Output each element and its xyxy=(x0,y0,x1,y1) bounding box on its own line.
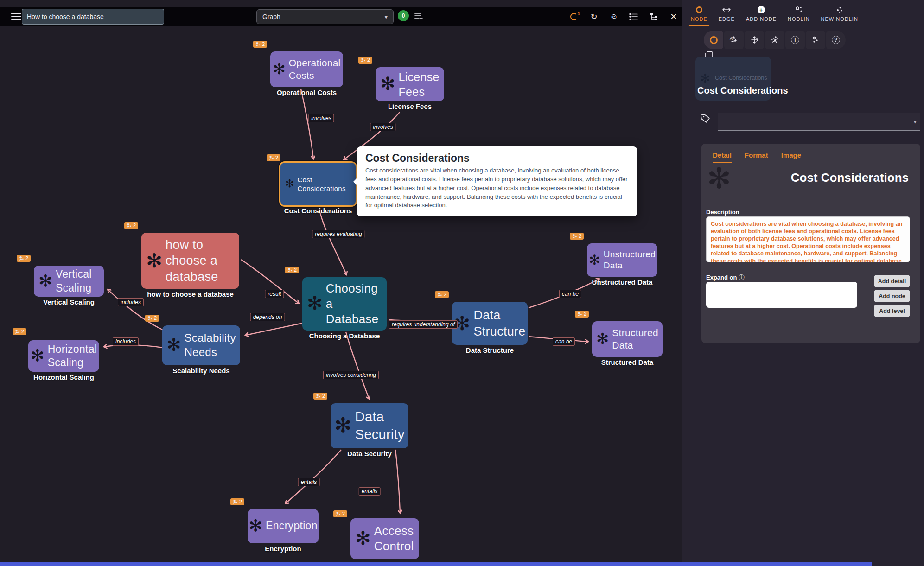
sidebar-tab-bar: NODE EDGE + ADD NODE NODLIN xyxy=(691,6,858,25)
edge-label[interactable]: involves xyxy=(308,114,334,122)
node-structured-data[interactable]: 2 ✻ Structured Data Structured Data xyxy=(592,321,663,357)
edge-label[interactable]: involves xyxy=(370,123,395,131)
tab-edge[interactable]: EDGE xyxy=(719,6,735,25)
openai-logo-icon: ✻ xyxy=(596,331,609,347)
graph-edge xyxy=(395,450,400,513)
node-vertical-scaling[interactable]: 2 ✻ Vertical Scaling Vertical Scaling xyxy=(34,266,104,297)
info-tool-button[interactable]: i xyxy=(785,31,805,49)
tab-new-nodlin[interactable]: NEW NODLIN xyxy=(821,6,858,25)
network-icon xyxy=(811,36,820,44)
node-cost-considerations[interactable]: 2 ✻ Cost Considerations Cost Considerati… xyxy=(279,161,357,207)
node-badge: 2 xyxy=(285,267,299,273)
refresh-icon[interactable]: ↻ xyxy=(589,12,599,22)
chevron-down-icon: ▾ xyxy=(384,13,388,20)
top-toolbar: Graph ▾ 0 1 ↻ © ✕ xyxy=(0,7,682,26)
close-icon[interactable]: ✕ xyxy=(669,12,679,22)
node-operational-costs[interactable]: 2 ✻ Operational Costs Operational Costs xyxy=(270,51,343,87)
graph-canvas[interactable]: involves involves requires evaluating re… xyxy=(0,0,682,566)
network-tool-button[interactable] xyxy=(806,31,825,49)
node-encryption[interactable]: 2 ✻ Encryption Encryption xyxy=(248,509,319,543)
node-badge: 2 xyxy=(358,57,372,64)
route-icon: A xyxy=(729,36,739,44)
node-badge: 2 xyxy=(570,233,584,240)
openai-logo-icon: ✻ xyxy=(273,62,285,77)
node-data-security[interactable]: 2 ✻ Data Security Data Security xyxy=(331,403,408,448)
hamburger-menu-icon[interactable] xyxy=(11,13,21,20)
edge-label[interactable]: entails xyxy=(359,487,381,496)
edge-label[interactable]: depends on xyxy=(250,313,285,321)
node-badge: 2 xyxy=(145,315,159,322)
chevron-down-icon: ▾ xyxy=(913,118,917,125)
node-badge: 2 xyxy=(124,222,138,229)
add-level-button[interactable]: Add level xyxy=(874,305,910,317)
node-horizontal-scaling[interactable]: 2 ✻ Horizontal Scaling Horizontal Scalin… xyxy=(28,340,99,372)
right-sidebar: NODE EDGE + ADD NODE NODLIN xyxy=(682,0,924,566)
description-box[interactable]: Cost considerations are vital when choos… xyxy=(706,216,910,262)
tab-format[interactable]: Format xyxy=(745,151,768,163)
preview-node-title: Cost Considerations xyxy=(697,85,788,96)
expand-on-label: Expand on ⓘ xyxy=(706,273,745,282)
node-caption: Cost Considerations xyxy=(284,207,352,215)
tag-select[interactable]: ▾ xyxy=(718,113,920,131)
tab-nodlin[interactable]: NODLIN xyxy=(788,6,810,25)
openai-logo-icon: ✻ xyxy=(38,273,52,290)
tab-image[interactable]: Image xyxy=(781,151,801,163)
node-unstructured-data[interactable]: 2 ✻ Unstructured Data Unstructured Data xyxy=(587,243,657,277)
node-badge: 2 xyxy=(17,255,31,262)
tab-detail[interactable]: Detail xyxy=(713,151,732,163)
node-caption: Structured Data xyxy=(601,358,654,366)
run-tool-button[interactable] xyxy=(765,31,784,49)
node-how-to-choose-a-database[interactable]: 2 ✻ how to choose a database how to choo… xyxy=(141,233,239,289)
edge-label[interactable]: can be xyxy=(553,337,575,346)
recenter-icon[interactable]: © xyxy=(609,12,619,22)
edge-label[interactable]: involves considering xyxy=(323,371,379,379)
add-list-icon[interactable] xyxy=(414,12,424,23)
node-access-control[interactable]: 2 ✻ Access Control Access Control xyxy=(350,518,419,559)
node-caption: Horizontal Scaling xyxy=(33,373,94,381)
node-badge: 2 xyxy=(230,498,244,505)
list-view-icon[interactable] xyxy=(629,12,639,22)
node-choosing-a-database[interactable]: 2 ✻ Choosing a Database Choosing a Datab… xyxy=(302,277,387,331)
edge-icon xyxy=(721,6,732,14)
tag-row: ▾ xyxy=(700,113,711,126)
node-scalability-needs[interactable]: 2 ✻ Scalability Needs Scalability Needs xyxy=(162,325,240,365)
node-badge: 2 xyxy=(435,291,449,298)
node-caption: how to choose a database xyxy=(147,290,234,298)
openai-logo-icon: ✻ xyxy=(307,294,323,313)
help-tool-button[interactable]: ? xyxy=(826,31,846,49)
generate-tool-button[interactable] xyxy=(704,31,723,49)
route-tool-button[interactable]: A xyxy=(724,31,744,49)
openai-logo-icon: ✻ xyxy=(589,253,600,267)
move-tool-button[interactable] xyxy=(745,31,764,49)
edge-label[interactable]: entails xyxy=(298,478,320,486)
node-data-structure[interactable]: 2 ✻ Data Structure Data Structure xyxy=(452,302,528,345)
edge-label[interactable]: requires understanding of xyxy=(389,320,458,329)
node-badge: 2 xyxy=(313,393,327,400)
add-node-button[interactable]: Add node xyxy=(874,290,910,302)
tab-add-node[interactable]: + ADD NODE xyxy=(746,6,777,25)
graph-view-select[interactable]: Graph ▾ xyxy=(256,9,394,24)
node-badge: 2 xyxy=(575,311,589,318)
openai-logo-icon: ✻ xyxy=(334,415,352,436)
svg-text:A: A xyxy=(730,36,733,41)
add-detail-button[interactable]: Add detail xyxy=(874,275,910,287)
bottom-scrollbar[interactable] xyxy=(0,562,872,566)
graph-edge xyxy=(346,332,369,399)
tree-view-icon[interactable] xyxy=(649,12,659,22)
node-caption: Unstructured Data xyxy=(592,278,653,286)
edge-label[interactable]: requires evaluating xyxy=(312,230,364,238)
search-input[interactable] xyxy=(22,9,164,25)
openai-logo-icon: ✻ xyxy=(355,529,371,548)
tab-node[interactable]: NODE xyxy=(691,6,707,25)
edge-label[interactable]: can be xyxy=(559,290,581,298)
edge-label[interactable]: result xyxy=(265,290,284,298)
node-caption: Scalability Needs xyxy=(172,367,229,375)
edge-label[interactable]: includes xyxy=(113,337,139,346)
graph-edge xyxy=(246,323,305,335)
edge-label[interactable]: includes xyxy=(118,298,144,306)
expand-textarea[interactable] xyxy=(706,282,857,308)
node-tooltip: Cost Considerations Cost considerations … xyxy=(357,146,637,216)
openai-logo-icon: ✻ xyxy=(285,178,294,189)
node-preview-card[interactable]: ✻ Cost Considerations Cost Consideration… xyxy=(695,57,771,101)
node-license-fees[interactable]: 2 ✻ License Fees License Fees xyxy=(376,67,444,101)
